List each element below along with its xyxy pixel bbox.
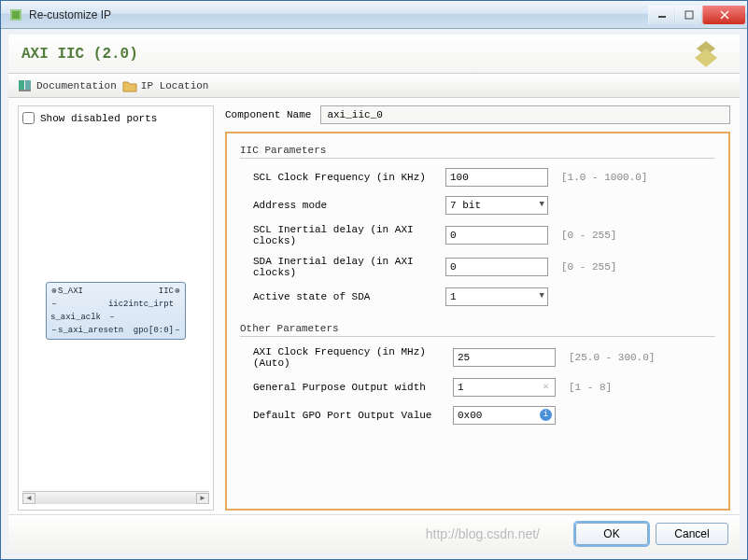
content-area: AXI IIC (2.0) Documentation IP Location … (1, 29, 747, 559)
scroll-right-icon[interactable]: ► (196, 493, 209, 504)
info-icon[interactable]: i (540, 409, 552, 421)
axi-clk-input[interactable] (453, 348, 556, 367)
cancel-button[interactable]: Cancel (656, 523, 728, 545)
horizontal-scrollbar[interactable]: ◄ ► (22, 491, 209, 504)
sda-delay-range: [0 - 255] (561, 261, 616, 273)
active-sda-label: Active state of SDA (240, 291, 445, 302)
svg-rect-1 (12, 11, 20, 19)
ok-button[interactable]: OK (575, 523, 648, 545)
ip-title: AXI IIC (2.0) (21, 46, 685, 63)
dialog-footer: http://blog.csdn.net/ OK Cancel (8, 514, 740, 552)
component-name-input[interactable] (320, 105, 730, 124)
preview-pane: Show disabled ports ⊕S_AXIIIC⊕ –s_axi_ac… (18, 105, 214, 511)
app-icon (8, 7, 23, 22)
ip-location-label: IP Location (141, 80, 209, 91)
folder-icon (122, 79, 137, 92)
parameters-pane: Component Name IIC Parameters SCL Clock … (225, 105, 730, 511)
main-area: Show disabled ports ⊕S_AXIIIC⊕ –s_axi_ac… (8, 98, 740, 514)
watermark-text: http://blog.csdn.net/ (20, 526, 568, 541)
svg-marker-7 (695, 49, 717, 67)
axi-clk-range: [25.0 - 300.0] (569, 352, 655, 363)
window-title: Re-customize IP (29, 8, 647, 21)
toolbar: Documentation IP Location (8, 74, 740, 98)
axi-clk-label: AXI Clock Frequency (in MHz) (Auto) (240, 346, 453, 369)
scl-freq-label: SCL Clock Frequency (in KHz) (240, 172, 445, 183)
show-disabled-ports-row[interactable]: Show disabled ports (22, 112, 209, 124)
scl-delay-label: SCL Inertial delay (in AXI clocks) (240, 224, 445, 246)
addr-mode-select[interactable]: 7 bit (445, 196, 548, 215)
component-name-row: Component Name (225, 105, 730, 124)
active-sda-select[interactable]: 1 (445, 287, 548, 306)
scl-delay-input[interactable] (445, 226, 548, 245)
dialog-window: Re-customize IP AXI IIC (2.0) Documentat… (0, 0, 748, 560)
svg-rect-3 (685, 11, 693, 19)
scl-freq-range: [1.0 - 1000.0] (561, 172, 647, 183)
minimize-button[interactable] (648, 6, 674, 24)
clear-icon[interactable]: ✕ (540, 381, 552, 393)
gpo-width-range: [1 - 8] (569, 382, 612, 393)
scl-freq-input[interactable] (445, 168, 548, 187)
block-diagram[interactable]: ⊕S_AXIIIC⊕ –s_axi_aclkiic2intc_irpt– –s_… (22, 130, 209, 491)
scl-delay-range: [0 - 255] (561, 230, 616, 241)
documentation-label: Documentation (36, 80, 117, 91)
titlebar[interactable]: Re-customize IP (1, 1, 747, 29)
gpo-width-label: General Purpose Output width (240, 382, 453, 393)
maximize-button[interactable] (675, 6, 701, 24)
close-button[interactable] (702, 6, 745, 24)
svg-rect-8 (19, 80, 24, 91)
ip-block-symbol: ⊕S_AXIIIC⊕ –s_axi_aclkiic2intc_irpt– –s_… (46, 282, 186, 340)
show-disabled-ports-checkbox[interactable] (22, 112, 35, 124)
scroll-track[interactable] (35, 493, 196, 504)
sda-delay-label: SDA Inertial delay (in AXI clocks) (240, 256, 445, 278)
scroll-left-icon[interactable]: ◄ (22, 493, 35, 504)
other-section-title: Other Parameters (240, 323, 715, 337)
window-controls (647, 6, 745, 24)
component-name-label: Component Name (225, 109, 311, 120)
addr-mode-label: Address mode (240, 200, 445, 211)
ip-header: AXI IIC (2.0) (8, 35, 740, 74)
iic-section-title: IIC Parameters (240, 145, 715, 159)
vendor-logo-icon (685, 37, 727, 71)
gpo-default-label: Default GPO Port Output Value (240, 410, 453, 421)
book-icon (18, 79, 33, 92)
parameters-box: IIC Parameters SCL Clock Frequency (in K… (225, 132, 730, 511)
show-disabled-ports-label: Show disabled ports (40, 113, 157, 124)
svg-rect-10 (19, 90, 31, 91)
svg-rect-9 (25, 80, 31, 91)
sda-delay-input[interactable] (445, 258, 548, 276)
documentation-link[interactable]: Documentation (18, 79, 117, 92)
ip-location-link[interactable]: IP Location (122, 79, 209, 92)
